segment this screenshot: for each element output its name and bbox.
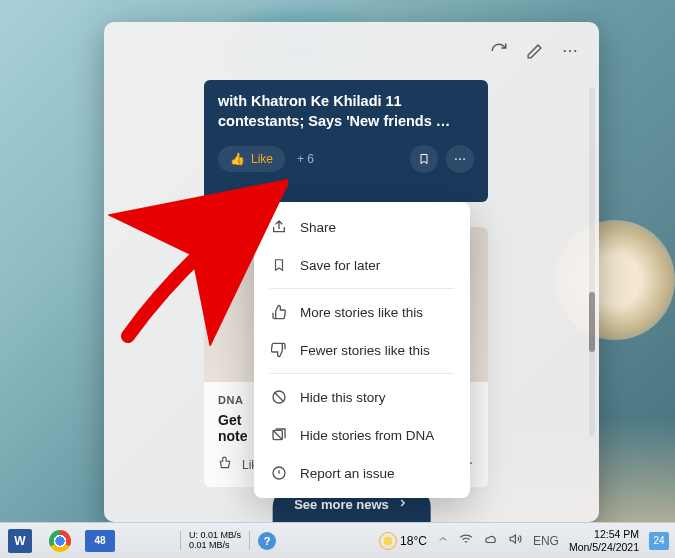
menu-fewer-stories[interactable]: Fewer stories like this — [254, 331, 470, 369]
taskbar-chrome-icon[interactable] — [40, 523, 80, 558]
svg-point-5 — [463, 158, 465, 160]
svg-point-2 — [574, 50, 576, 52]
svg-point-3 — [455, 158, 457, 160]
like-label: Like — [251, 152, 273, 166]
taskbar-app-badge[interactable]: 48 — [80, 523, 120, 558]
news-card-primary[interactable]: with Khatron Ke Khiladi 11 contestants; … — [204, 80, 488, 202]
thumbs-down-icon — [270, 341, 288, 359]
chevron-right-icon — [397, 497, 409, 512]
help-icon[interactable]: ? — [254, 532, 280, 550]
bookmark-icon — [270, 256, 288, 274]
news-widget-panel: with Khatron Ke Khiladi 11 contestants; … — [104, 22, 599, 522]
bookmark-icon[interactable] — [410, 145, 438, 173]
thumbs-up-icon — [270, 303, 288, 321]
menu-divider — [270, 288, 454, 289]
menu-hide-source[interactable]: Hide stories from DNA — [254, 416, 470, 454]
chevron-up-icon[interactable] — [437, 533, 449, 548]
info-icon — [270, 464, 288, 482]
card-more-icon[interactable] — [446, 145, 474, 173]
svg-point-0 — [564, 50, 566, 52]
thumbs-up-icon[interactable] — [218, 456, 232, 473]
menu-divider — [270, 373, 454, 374]
more-icon[interactable] — [561, 42, 579, 64]
svg-point-8 — [470, 462, 472, 464]
block-stack-icon — [270, 426, 288, 444]
widget-scrollbar[interactable] — [589, 87, 595, 437]
sun-icon — [380, 533, 396, 549]
menu-share[interactable]: Share — [254, 208, 470, 246]
cloud-icon[interactable] — [483, 532, 499, 549]
like-count: + 6 — [297, 152, 314, 166]
menu-more-stories[interactable]: More stories like this — [254, 293, 470, 331]
context-menu: Share Save for later More stories like t… — [254, 202, 470, 498]
taskbar-clock[interactable]: 12:54 PM Mon/5/24/2021 — [569, 528, 639, 553]
language-label[interactable]: ENG — [533, 534, 559, 548]
menu-hide-story[interactable]: Hide this story — [254, 378, 470, 416]
volume-icon[interactable] — [509, 532, 523, 549]
svg-point-4 — [459, 158, 461, 160]
taskbar-word-icon[interactable]: W — [0, 523, 40, 558]
menu-report[interactable]: Report an issue — [254, 454, 470, 492]
widget-toolbar — [490, 42, 579, 64]
thumbs-up-icon: 👍 — [230, 152, 245, 166]
action-center-icon[interactable]: 24 — [649, 532, 669, 550]
menu-save[interactable]: Save for later — [254, 246, 470, 284]
weather-widget[interactable]: 18°C — [380, 533, 427, 549]
wifi-icon[interactable] — [459, 532, 473, 549]
edit-icon[interactable] — [526, 43, 543, 64]
like-button[interactable]: 👍 Like — [218, 146, 285, 172]
svg-point-1 — [569, 50, 571, 52]
scrollbar-thumb[interactable] — [589, 292, 595, 352]
taskbar: W 48 U: 0.01 MB/s 0.01 MB/s ? 18°C ENG 1… — [0, 522, 675, 558]
block-icon — [270, 388, 288, 406]
share-icon — [270, 218, 288, 236]
news-card-title: with Khatron Ke Khiladi 11 contestants; … — [218, 92, 474, 131]
network-speed: U: 0.01 MB/s 0.01 MB/s — [180, 531, 250, 551]
refresh-icon[interactable] — [490, 42, 508, 64]
